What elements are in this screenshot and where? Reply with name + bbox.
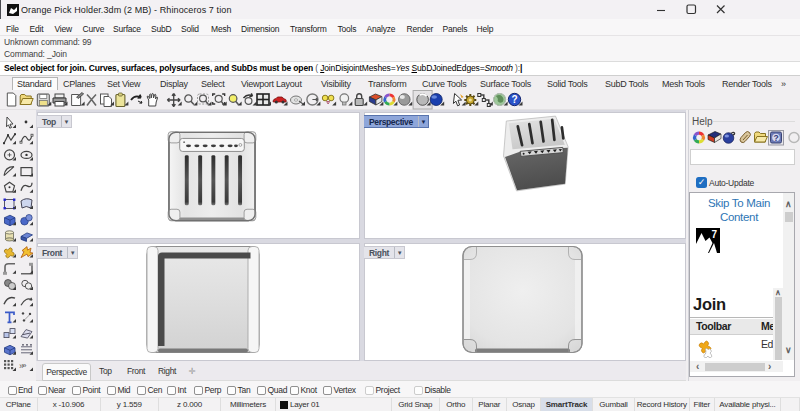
svg-text:?: ? xyxy=(511,94,517,105)
svg-text:7: 7 xyxy=(712,229,718,240)
svg-text:?: ? xyxy=(773,133,778,143)
